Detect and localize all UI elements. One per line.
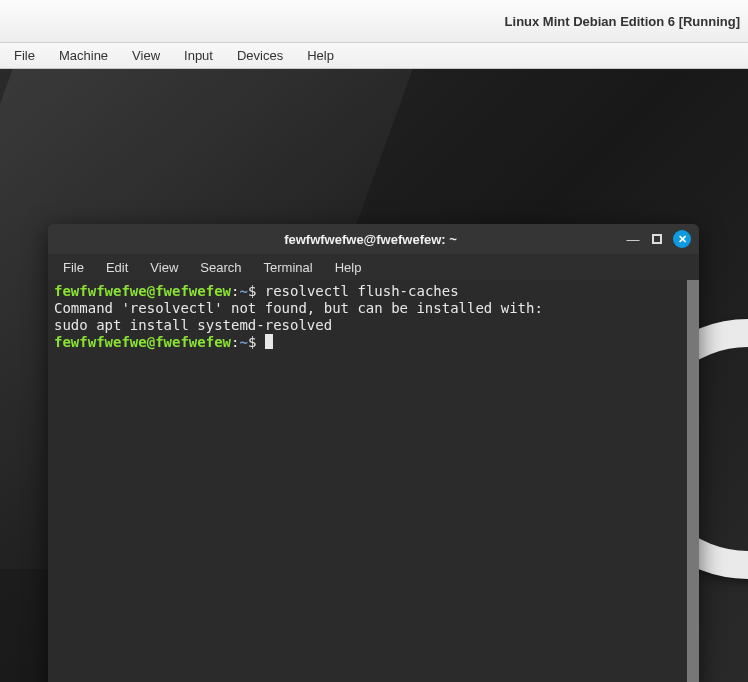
guest-desktop[interactable]: fewfwfwefwe@fwefwefew: ~ — ✕ File Edit V… [0, 69, 748, 682]
terminal-menubar: File Edit View Search Terminal Help [48, 254, 699, 280]
term-menu-terminal[interactable]: Terminal [253, 257, 324, 278]
maximize-button[interactable] [649, 231, 665, 247]
vm-menu-input[interactable]: Input [172, 45, 225, 66]
terminal-window: fewfwfwefwe@fwefwefew: ~ — ✕ File Edit V… [48, 224, 699, 682]
terminal-title: fewfwfwefwe@fwefwefew: ~ [116, 232, 625, 247]
maximize-icon [652, 234, 662, 244]
terminal-line: fewfwfwefwe@fwefwefew:~$ resolvectl flus… [54, 283, 693, 300]
term-menu-search[interactable]: Search [189, 257, 252, 278]
output-line: Command 'resolvectl' not found, but can … [54, 300, 693, 317]
terminal-body[interactable]: fewfwfwefwe@fwefwefew:~$ resolvectl flus… [48, 280, 699, 682]
command-text: resolvectl flush-caches [265, 283, 459, 299]
vm-menu-view[interactable]: View [120, 45, 172, 66]
vm-menu-help[interactable]: Help [295, 45, 346, 66]
vm-menu-devices[interactable]: Devices [225, 45, 295, 66]
terminal-scrollbar[interactable] [687, 280, 699, 682]
prompt-user: fewfwfwefwe@fwefwefew [54, 334, 231, 350]
titlebar-buttons: — ✕ [625, 230, 691, 248]
prompt-path: ~ [239, 283, 247, 299]
term-menu-file[interactable]: File [52, 257, 95, 278]
minimize-button[interactable]: — [625, 231, 641, 247]
terminal-titlebar[interactable]: fewfwfwefwe@fwefwefew: ~ — ✕ [48, 224, 699, 254]
vm-menubar: File Machine View Input Devices Help [0, 43, 748, 69]
vm-titlebar: Linux Mint Debian Edition 6 [Running] [0, 0, 748, 43]
term-menu-edit[interactable]: Edit [95, 257, 139, 278]
term-menu-help[interactable]: Help [324, 257, 373, 278]
prompt-user: fewfwfwefwe@fwefwefew [54, 283, 231, 299]
term-menu-view[interactable]: View [139, 257, 189, 278]
vm-menu-machine[interactable]: Machine [47, 45, 120, 66]
close-button[interactable]: ✕ [673, 230, 691, 248]
prompt-path: ~ [239, 334, 247, 350]
cursor [265, 334, 273, 349]
scrollbar-thumb[interactable] [687, 280, 699, 682]
vm-title: Linux Mint Debian Edition 6 [Running] [505, 14, 740, 29]
vm-menu-file[interactable]: File [2, 45, 47, 66]
output-line: sudo apt install systemd-resolved [54, 317, 693, 334]
terminal-line: fewfwfwefwe@fwefwefew:~$ [54, 334, 693, 351]
